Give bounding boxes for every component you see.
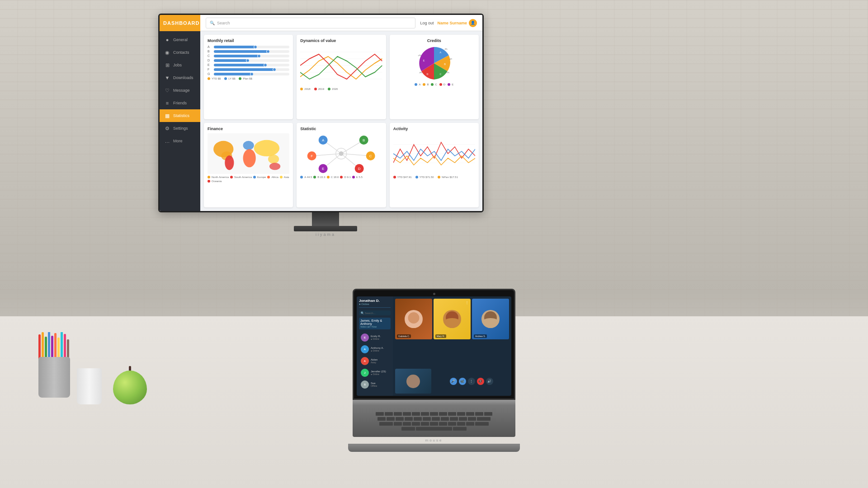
- sidebar: DASHBOARD ● General ◉ Contacts ⊞ Jobs: [160, 15, 200, 211]
- selected-contact[interactable]: James, Emily & Anthony Video call • Now: [359, 318, 391, 329]
- activity-legend-1: YTD $47.91: [393, 176, 412, 178]
- key-ctrl-right: [453, 427, 467, 431]
- legend-2019: 2019: [314, 88, 324, 90]
- stat-legend-e: E 5.5: [352, 176, 363, 178]
- contact-jennifer[interactable]: J Jennifer (23) ● Online: [359, 368, 391, 378]
- more-options-icon[interactable]: ⋮: [465, 300, 469, 305]
- key: [439, 412, 447, 416]
- name-mary: Mary H.: [435, 334, 446, 338]
- key: [432, 417, 440, 421]
- sidebar-item-jobs[interactable]: ⊞ Jobs: [160, 59, 200, 71]
- legend-2018: 2018: [300, 88, 310, 90]
- video-cell-andrew: Andrew S.: [472, 299, 509, 339]
- legend-2018-label: 2018: [304, 88, 310, 90]
- bar-row-b: B: [208, 50, 289, 53]
- sidebar-item-general[interactable]: ● General: [160, 33, 200, 46]
- sidebar-item-label: Friends: [173, 101, 187, 105]
- username-text: Name Surname: [437, 21, 467, 25]
- legend-europe: Europe: [253, 176, 266, 178]
- key: [396, 417, 404, 421]
- video-cell-mary: Mary H. ⋮: [434, 299, 471, 339]
- key: [466, 422, 474, 426]
- stat-legend-c: C 18.6: [327, 176, 339, 178]
- general-icon: ●: [164, 37, 170, 43]
- contact-sue[interactable]: S Sue Offline: [359, 380, 391, 389]
- camera-button[interactable]: 📹: [459, 378, 466, 385]
- key: [403, 412, 411, 416]
- svg-point-42: [339, 151, 344, 156]
- key: [377, 417, 386, 421]
- world-map-svg: [208, 133, 289, 174]
- svg-point-22: [269, 163, 280, 170]
- sidebar-item-settings[interactable]: ⚙ Settings: [160, 122, 200, 135]
- topbar: 🔍 Search Log out Name Surname 👤: [200, 15, 482, 31]
- settings-icon: ⚙: [164, 125, 170, 131]
- legend-2020: 2020: [328, 88, 338, 90]
- person-gabriela: [395, 299, 432, 339]
- monitor-brand: iiyama: [158, 232, 493, 237]
- end-call-button[interactable]: 📵: [477, 378, 484, 385]
- legend-oceania: Oceania: [208, 180, 222, 183]
- key: [448, 412, 456, 416]
- video-sidebar: Jonathan D. ● Online 🔍 Search... James, …: [357, 296, 393, 396]
- key: [475, 412, 483, 416]
- legend-item-2: LY $$: [224, 77, 235, 80]
- sidebar-item-label: More: [173, 139, 183, 143]
- key: [430, 412, 438, 416]
- activity-chart: [393, 133, 475, 174]
- stat-legend-b: B 22.3: [313, 176, 325, 178]
- sidebar-item-contacts[interactable]: ◉ Contacts: [160, 46, 200, 59]
- name-andrew: Andrew S.: [474, 334, 487, 338]
- key: [421, 422, 429, 426]
- contact-aiden[interactable]: A Aiden Away: [359, 356, 391, 366]
- node-chart: A B C D E F: [300, 133, 382, 174]
- svg-text:+1%: +1%: [446, 71, 450, 74]
- key: [387, 417, 395, 421]
- credits-legend: A B C D E: [415, 83, 453, 86]
- svg-text:+2%: +2%: [418, 54, 422, 56]
- person-andrew: [472, 299, 509, 339]
- bar-row-f: F: [208, 68, 289, 71]
- monitor-base: [294, 226, 357, 231]
- key: [468, 417, 476, 421]
- card-title-dynamics: Dynamics of value: [300, 38, 382, 43]
- video-app-header: Jonathan D. ● Online: [359, 299, 391, 308]
- search-box[interactable]: 🔍 Search: [206, 18, 415, 28]
- key: [448, 422, 456, 426]
- video-search[interactable]: 🔍 Search...: [359, 310, 391, 315]
- key: [430, 422, 438, 426]
- legend-item-1: YTD $$: [208, 77, 221, 80]
- video-main: Gabriela C. Mary H. ⋮: [393, 296, 511, 396]
- self-video: [395, 369, 431, 394]
- logout-button[interactable]: Log out: [420, 21, 434, 25]
- video-cell-gabriela: Gabriela C.: [395, 299, 432, 339]
- more-button[interactable]: ⋮: [468, 378, 475, 385]
- sidebar-item-message[interactable]: ♡ Message: [160, 84, 200, 97]
- legend-north-america-label: North America: [212, 176, 229, 178]
- svg-text:+6%: +6%: [449, 58, 452, 60]
- svg-point-20: [254, 140, 279, 156]
- statistic-legend: A 44.5 B 22.3 C 18.6 D 9.1 E 5.5: [300, 176, 382, 178]
- legend-asia-label: Asia: [284, 176, 289, 178]
- card-statistic: Statistic: [297, 123, 386, 207]
- key: [412, 422, 420, 426]
- speaker-button[interactable]: 🔊: [486, 378, 493, 385]
- stat-legend-a: A 44.5: [300, 176, 312, 178]
- key: [414, 417, 422, 421]
- activity-legend-2: YTD $71.50: [415, 176, 434, 178]
- svg-point-18: [243, 141, 254, 150]
- activity-svg: [393, 133, 475, 174]
- card-title-finance: Finance: [208, 127, 289, 131]
- key: [439, 422, 447, 426]
- sidebar-item-downloads[interactable]: ▼ Downloads: [160, 71, 200, 84]
- sidebar-item-friends[interactable]: ≡ Friends: [160, 97, 200, 109]
- sidebar-item-more[interactable]: … More: [160, 135, 200, 147]
- card-title-statistic: Statistic: [300, 127, 382, 131]
- sidebar-item-statistics[interactable]: ▦ Statistics: [160, 109, 200, 122]
- contact-anthony[interactable]: A Anthony A. ● Online: [359, 344, 391, 354]
- downloads-icon: ▼: [164, 75, 170, 81]
- card-title-activity: Activity: [393, 127, 475, 131]
- microphone-button[interactable]: 🎤: [450, 378, 457, 385]
- card-monthly-retail: Monthly retail A B C: [204, 35, 293, 119]
- contact-emily[interactable]: E Emily R. ● Online: [359, 333, 391, 343]
